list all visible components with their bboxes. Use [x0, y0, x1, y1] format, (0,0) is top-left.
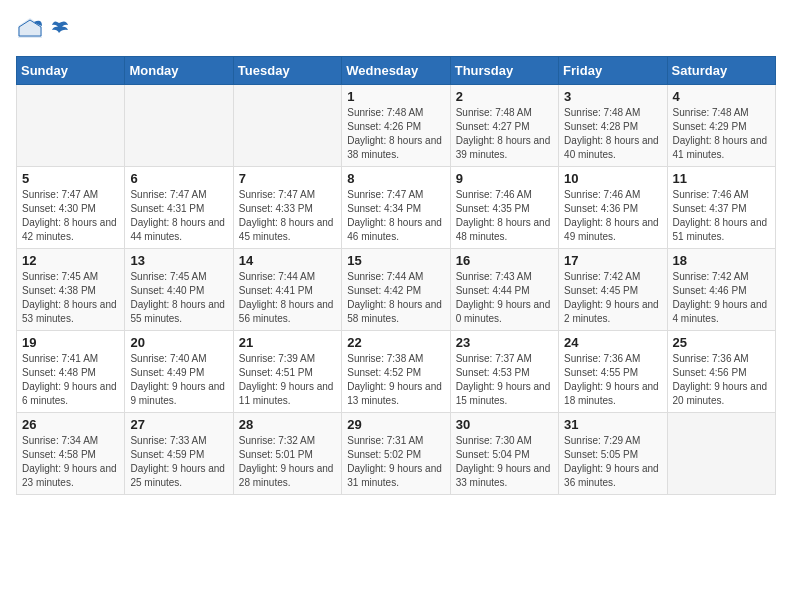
calendar-cell: 18Sunrise: 7:42 AM Sunset: 4:46 PM Dayli… — [667, 249, 775, 331]
day-info: Sunrise: 7:47 AM Sunset: 4:31 PM Dayligh… — [130, 188, 227, 244]
day-info: Sunrise: 7:33 AM Sunset: 4:59 PM Dayligh… — [130, 434, 227, 490]
weekday-header-monday: Monday — [125, 57, 233, 85]
day-info: Sunrise: 7:34 AM Sunset: 4:58 PM Dayligh… — [22, 434, 119, 490]
day-number: 19 — [22, 335, 119, 350]
day-number: 28 — [239, 417, 336, 432]
weekday-header-friday: Friday — [559, 57, 667, 85]
day-number: 7 — [239, 171, 336, 186]
calendar-cell: 10Sunrise: 7:46 AM Sunset: 4:36 PM Dayli… — [559, 167, 667, 249]
week-row-2: 5Sunrise: 7:47 AM Sunset: 4:30 PM Daylig… — [17, 167, 776, 249]
day-number: 23 — [456, 335, 553, 350]
day-number: 24 — [564, 335, 661, 350]
day-info: Sunrise: 7:32 AM Sunset: 5:01 PM Dayligh… — [239, 434, 336, 490]
day-number: 27 — [130, 417, 227, 432]
day-info: Sunrise: 7:30 AM Sunset: 5:04 PM Dayligh… — [456, 434, 553, 490]
weekday-header-sunday: Sunday — [17, 57, 125, 85]
header — [16, 16, 776, 44]
logo-bird-icon — [48, 19, 70, 41]
day-info: Sunrise: 7:44 AM Sunset: 4:42 PM Dayligh… — [347, 270, 444, 326]
calendar-cell: 8Sunrise: 7:47 AM Sunset: 4:34 PM Daylig… — [342, 167, 450, 249]
calendar-cell: 25Sunrise: 7:36 AM Sunset: 4:56 PM Dayli… — [667, 331, 775, 413]
calendar-cell: 16Sunrise: 7:43 AM Sunset: 4:44 PM Dayli… — [450, 249, 558, 331]
logo-icon — [16, 16, 44, 44]
logo — [16, 16, 70, 44]
calendar-cell: 21Sunrise: 7:39 AM Sunset: 4:51 PM Dayli… — [233, 331, 341, 413]
day-info: Sunrise: 7:42 AM Sunset: 4:45 PM Dayligh… — [564, 270, 661, 326]
calendar-cell — [233, 85, 341, 167]
day-number: 15 — [347, 253, 444, 268]
week-row-5: 26Sunrise: 7:34 AM Sunset: 4:58 PM Dayli… — [17, 413, 776, 495]
day-info: Sunrise: 7:41 AM Sunset: 4:48 PM Dayligh… — [22, 352, 119, 408]
calendar-cell: 27Sunrise: 7:33 AM Sunset: 4:59 PM Dayli… — [125, 413, 233, 495]
day-info: Sunrise: 7:47 AM Sunset: 4:34 PM Dayligh… — [347, 188, 444, 244]
calendar-cell: 24Sunrise: 7:36 AM Sunset: 4:55 PM Dayli… — [559, 331, 667, 413]
day-number: 1 — [347, 89, 444, 104]
day-info: Sunrise: 7:48 AM Sunset: 4:26 PM Dayligh… — [347, 106, 444, 162]
day-info: Sunrise: 7:45 AM Sunset: 4:38 PM Dayligh… — [22, 270, 119, 326]
day-info: Sunrise: 7:48 AM Sunset: 4:29 PM Dayligh… — [673, 106, 770, 162]
day-number: 21 — [239, 335, 336, 350]
calendar-cell: 19Sunrise: 7:41 AM Sunset: 4:48 PM Dayli… — [17, 331, 125, 413]
weekday-header-thursday: Thursday — [450, 57, 558, 85]
day-number: 20 — [130, 335, 227, 350]
calendar-cell: 13Sunrise: 7:45 AM Sunset: 4:40 PM Dayli… — [125, 249, 233, 331]
calendar-cell: 6Sunrise: 7:47 AM Sunset: 4:31 PM Daylig… — [125, 167, 233, 249]
weekday-header-tuesday: Tuesday — [233, 57, 341, 85]
day-info: Sunrise: 7:38 AM Sunset: 4:52 PM Dayligh… — [347, 352, 444, 408]
day-number: 10 — [564, 171, 661, 186]
calendar-cell: 26Sunrise: 7:34 AM Sunset: 4:58 PM Dayli… — [17, 413, 125, 495]
day-info: Sunrise: 7:45 AM Sunset: 4:40 PM Dayligh… — [130, 270, 227, 326]
day-number: 9 — [456, 171, 553, 186]
day-info: Sunrise: 7:36 AM Sunset: 4:56 PM Dayligh… — [673, 352, 770, 408]
day-info: Sunrise: 7:48 AM Sunset: 4:28 PM Dayligh… — [564, 106, 661, 162]
weekday-header-row: SundayMondayTuesdayWednesdayThursdayFrid… — [17, 57, 776, 85]
calendar-cell: 7Sunrise: 7:47 AM Sunset: 4:33 PM Daylig… — [233, 167, 341, 249]
calendar-cell: 1Sunrise: 7:48 AM Sunset: 4:26 PM Daylig… — [342, 85, 450, 167]
day-number: 2 — [456, 89, 553, 104]
calendar-cell: 3Sunrise: 7:48 AM Sunset: 4:28 PM Daylig… — [559, 85, 667, 167]
calendar: SundayMondayTuesdayWednesdayThursdayFrid… — [16, 56, 776, 495]
week-row-3: 12Sunrise: 7:45 AM Sunset: 4:38 PM Dayli… — [17, 249, 776, 331]
calendar-cell: 31Sunrise: 7:29 AM Sunset: 5:05 PM Dayli… — [559, 413, 667, 495]
day-info: Sunrise: 7:36 AM Sunset: 4:55 PM Dayligh… — [564, 352, 661, 408]
calendar-cell: 2Sunrise: 7:48 AM Sunset: 4:27 PM Daylig… — [450, 85, 558, 167]
day-info: Sunrise: 7:31 AM Sunset: 5:02 PM Dayligh… — [347, 434, 444, 490]
day-number: 5 — [22, 171, 119, 186]
calendar-cell: 29Sunrise: 7:31 AM Sunset: 5:02 PM Dayli… — [342, 413, 450, 495]
calendar-cell: 4Sunrise: 7:48 AM Sunset: 4:29 PM Daylig… — [667, 85, 775, 167]
day-info: Sunrise: 7:40 AM Sunset: 4:49 PM Dayligh… — [130, 352, 227, 408]
day-number: 22 — [347, 335, 444, 350]
calendar-cell: 15Sunrise: 7:44 AM Sunset: 4:42 PM Dayli… — [342, 249, 450, 331]
week-row-4: 19Sunrise: 7:41 AM Sunset: 4:48 PM Dayli… — [17, 331, 776, 413]
day-number: 4 — [673, 89, 770, 104]
calendar-cell — [667, 413, 775, 495]
calendar-cell: 11Sunrise: 7:46 AM Sunset: 4:37 PM Dayli… — [667, 167, 775, 249]
day-info: Sunrise: 7:47 AM Sunset: 4:33 PM Dayligh… — [239, 188, 336, 244]
calendar-cell: 20Sunrise: 7:40 AM Sunset: 4:49 PM Dayli… — [125, 331, 233, 413]
calendar-cell: 17Sunrise: 7:42 AM Sunset: 4:45 PM Dayli… — [559, 249, 667, 331]
calendar-cell: 23Sunrise: 7:37 AM Sunset: 4:53 PM Dayli… — [450, 331, 558, 413]
day-number: 16 — [456, 253, 553, 268]
day-number: 11 — [673, 171, 770, 186]
day-number: 30 — [456, 417, 553, 432]
day-info: Sunrise: 7:29 AM Sunset: 5:05 PM Dayligh… — [564, 434, 661, 490]
day-number: 17 — [564, 253, 661, 268]
day-number: 12 — [22, 253, 119, 268]
calendar-cell: 9Sunrise: 7:46 AM Sunset: 4:35 PM Daylig… — [450, 167, 558, 249]
day-number: 13 — [130, 253, 227, 268]
day-info: Sunrise: 7:46 AM Sunset: 4:37 PM Dayligh… — [673, 188, 770, 244]
day-number: 3 — [564, 89, 661, 104]
calendar-cell — [125, 85, 233, 167]
logo-text — [48, 19, 70, 41]
weekday-header-saturday: Saturday — [667, 57, 775, 85]
day-info: Sunrise: 7:46 AM Sunset: 4:35 PM Dayligh… — [456, 188, 553, 244]
day-info: Sunrise: 7:43 AM Sunset: 4:44 PM Dayligh… — [456, 270, 553, 326]
week-row-1: 1Sunrise: 7:48 AM Sunset: 4:26 PM Daylig… — [17, 85, 776, 167]
day-info: Sunrise: 7:39 AM Sunset: 4:51 PM Dayligh… — [239, 352, 336, 408]
calendar-cell: 12Sunrise: 7:45 AM Sunset: 4:38 PM Dayli… — [17, 249, 125, 331]
day-info: Sunrise: 7:44 AM Sunset: 4:41 PM Dayligh… — [239, 270, 336, 326]
day-number: 26 — [22, 417, 119, 432]
day-info: Sunrise: 7:46 AM Sunset: 4:36 PM Dayligh… — [564, 188, 661, 244]
calendar-cell: 22Sunrise: 7:38 AM Sunset: 4:52 PM Dayli… — [342, 331, 450, 413]
calendar-cell: 14Sunrise: 7:44 AM Sunset: 4:41 PM Dayli… — [233, 249, 341, 331]
